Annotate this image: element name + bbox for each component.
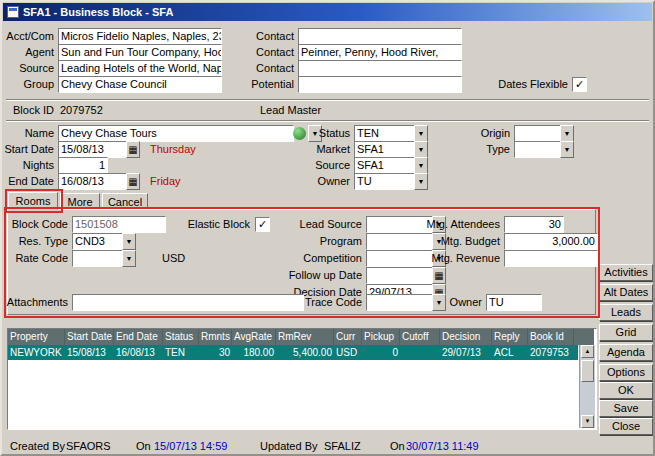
col-avgrate[interactable]: AvgRate — [232, 329, 276, 345]
created-by-label: Created By — [10, 439, 65, 453]
res-type-dropdown-button[interactable]: ▼ — [122, 233, 136, 250]
end-day-text: Friday — [150, 174, 181, 188]
origin-field[interactable] — [514, 125, 564, 142]
potential-field[interactable] — [298, 76, 462, 93]
type-dropdown-button[interactable]: ▼ — [560, 141, 574, 158]
attachments-label: Attachments — [2, 295, 68, 309]
titlebar[interactable]: SFA1 - Business Block - SFA — [3, 3, 652, 21]
contact1-field[interactable] — [298, 28, 462, 45]
mtg-attendees-label: Mtg. Attendees — [410, 217, 500, 231]
agent-field[interactable]: Sun and Fun Tour Company, Hood Ri — [58, 44, 222, 61]
start-day-text: Thursday — [150, 142, 196, 156]
leads-button[interactable]: Leads — [599, 304, 653, 321]
close-button[interactable]: Close — [599, 418, 653, 435]
source-dropdown-button[interactable]: ▼ — [414, 157, 428, 174]
alt-dates-button[interactable]: Alt Dates — [599, 284, 653, 301]
col-status[interactable]: Status — [163, 329, 199, 345]
col-end-date[interactable]: End Date — [114, 329, 163, 345]
status-dropdown-button[interactable]: ▼ — [414, 125, 428, 142]
source-label: Source — [310, 158, 350, 172]
dates-flexible-checkbox[interactable]: ✓ — [572, 77, 587, 92]
tab-more[interactable]: More — [60, 193, 100, 209]
res-type-field[interactable]: CND3 — [72, 233, 126, 250]
ok-button[interactable]: OK — [599, 382, 653, 399]
grid-button[interactable]: Grid — [599, 324, 653, 341]
col-pickup[interactable]: Pickup — [362, 329, 400, 345]
tab-cancel[interactable]: Cancel — [102, 193, 148, 209]
status-field[interactable]: TEN — [354, 125, 418, 142]
grid-row-selected[interactable]: NEWYORK 15/08/13 16/08/13 TEN 30 180.00 … — [8, 345, 578, 360]
block-code-field[interactable]: 1501508 — [72, 216, 166, 233]
save-button[interactable]: Save — [599, 400, 653, 417]
agenda-button[interactable]: Agenda — [599, 344, 653, 361]
grid-cell — [400, 345, 440, 360]
contact3-field[interactable] — [298, 60, 462, 77]
market-dropdown-button[interactable]: ▼ — [414, 141, 428, 158]
start-date-field[interactable]: 15/08/13 — [58, 141, 130, 158]
name-field[interactable]: Chevy Chase Tours — [58, 125, 294, 142]
source-account-label: Source — [2, 61, 54, 75]
col-cutoff[interactable]: Cutoff — [400, 329, 440, 345]
col-curr[interactable]: Curr — [334, 329, 362, 345]
globe-icon[interactable] — [293, 127, 306, 140]
elastic-block-checkbox[interactable]: ✓ — [255, 217, 270, 232]
nights-field[interactable]: 1 — [58, 157, 108, 174]
owner-field[interactable]: TU — [354, 173, 418, 190]
grid-cell: 15/08/13 — [65, 345, 114, 360]
options-button[interactable]: Options — [599, 364, 653, 381]
grid-cell: ACL — [492, 345, 528, 360]
activities-button[interactable]: Activities — [599, 264, 653, 281]
block-id-label: Block ID — [2, 103, 54, 117]
grid-cell: 0 — [362, 345, 400, 360]
scrollbar-thumb[interactable] — [581, 360, 594, 382]
created-on-label: On — [136, 439, 151, 453]
owner-dropdown-button[interactable]: ▼ — [414, 173, 428, 190]
program-label: Program — [282, 234, 362, 248]
market-field[interactable]: SFA1 — [354, 141, 418, 158]
contact2-field[interactable]: Peinner, Penny, Hood River, — [298, 44, 462, 61]
col-reply[interactable]: Reply — [492, 329, 528, 345]
source-field[interactable]: SFA1 — [354, 157, 418, 174]
trace-code-field[interactable] — [366, 294, 436, 311]
origin-dropdown-button[interactable]: ▼ — [560, 125, 574, 142]
attachments-field[interactable] — [72, 294, 304, 311]
col-start-date[interactable]: Start Date — [65, 329, 114, 345]
start-date-calendar-icon[interactable]: ▦ — [126, 141, 140, 158]
updated-on-value: 30/07/13 11:49 — [406, 439, 479, 453]
grid-scrollbar[interactable]: ▲ ▼ — [579, 345, 595, 428]
col-rmrev[interactable]: RmRev — [276, 329, 334, 345]
dates-flexible-label: Dates Flexible — [482, 77, 568, 91]
end-date-field[interactable]: 16/08/13 — [58, 173, 130, 190]
col-property[interactable]: Property — [8, 329, 65, 345]
mtg-budget-field[interactable]: 3,000.00 — [504, 233, 598, 250]
follow-up-date-field[interactable] — [366, 267, 436, 284]
rate-code-field[interactable] — [72, 250, 126, 267]
lead-master-label: Lead Master — [260, 103, 321, 117]
end-date-calendar-icon[interactable]: ▦ — [126, 173, 140, 190]
mtg-attendees-field[interactable]: 30 — [504, 216, 564, 233]
contact1-label: Contact — [240, 29, 294, 43]
source-account-field[interactable]: Leading Hotels of the World, Naples, — [58, 60, 222, 77]
elastic-block-label: Elastic Block — [172, 217, 250, 231]
type-field[interactable] — [514, 141, 564, 158]
scroll-up-icon[interactable]: ▲ — [581, 345, 594, 358]
scroll-down-icon[interactable]: ▼ — [581, 415, 594, 428]
group-field[interactable]: Chevy Chase Council — [58, 76, 222, 93]
origin-label: Origin — [470, 126, 510, 140]
col-decision[interactable]: Decision — [440, 329, 492, 345]
grid-cell: 180.00 — [232, 345, 276, 360]
end-date-label: End Date — [2, 174, 54, 188]
grid-header-row: Property Start Date End Date Status Rmnt… — [8, 329, 594, 345]
owner-label: Owner — [310, 174, 350, 188]
follow-up-calendar-icon[interactable]: ▦ — [432, 267, 446, 284]
acct-com-field[interactable]: Micros Fidelio Naples, Naples, 239-6 — [58, 28, 222, 45]
col-rmnts[interactable]: Rmnts — [199, 329, 232, 345]
business-block-window: SFA1 - Business Block - SFA Acct/Com Mic… — [0, 0, 655, 456]
tab-rooms[interactable]: Rooms — [8, 192, 58, 210]
mtg-revenue-label: Mtg. Revenue — [410, 251, 500, 265]
rate-code-dropdown-button[interactable]: ▼ — [122, 250, 136, 267]
col-book-id[interactable]: Book Id — [528, 329, 574, 345]
rooms-owner-field[interactable]: TU — [486, 294, 542, 311]
mtg-revenue-field[interactable] — [504, 250, 598, 267]
mtg-budget-label: Mtg. Budget — [410, 234, 500, 248]
